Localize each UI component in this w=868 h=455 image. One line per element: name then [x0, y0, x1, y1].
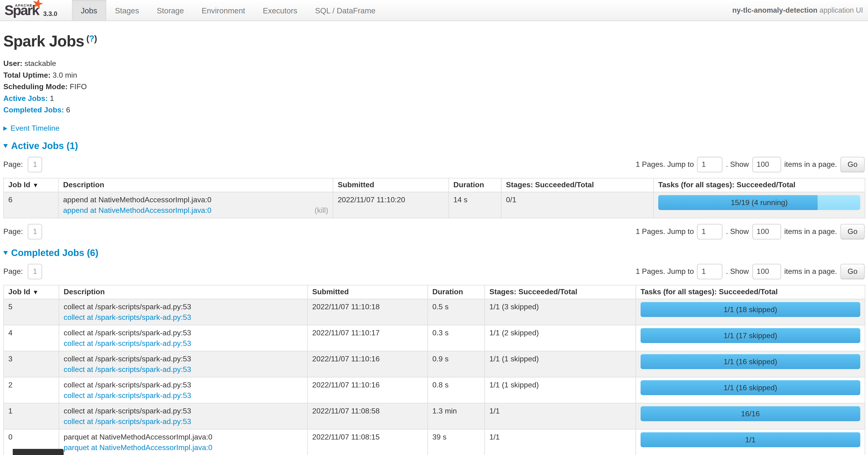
summary-label: Scheduling Mode:	[3, 83, 68, 91]
tasks-cell: 1/1 (16 skipped)	[636, 351, 865, 377]
app-name: ny-tlc-anomaly-detection application UI	[732, 0, 868, 21]
progress-label: 1/1 (16 skipped)	[641, 380, 860, 395]
arrow-down-icon	[3, 144, 8, 148]
jump-to-input[interactable]	[697, 263, 723, 279]
tab-sql-dataframe[interactable]: SQL / DataFrame	[306, 0, 384, 21]
job-id-cell: 5	[3, 299, 59, 325]
duration-cell: 0.5 s	[428, 299, 485, 325]
stages-cell: 1/1 (1 skipped)	[485, 377, 636, 403]
summary-item: User: stackable	[3, 59, 865, 68]
stages-cell: 1/1	[485, 429, 636, 455]
submitted-cell: 2022/11/07 11:10:16	[308, 351, 428, 377]
nav-tabs: JobsStagesStorageEnvironmentExecutorsSQL…	[72, 0, 384, 21]
job-description-text: parquet at NativeMethodAccessorImpl.java…	[64, 433, 303, 441]
description-cell: collect at /spark-scripts/spark-ad.py:53…	[59, 403, 308, 429]
tasks-cell: 1/1 (18 skipped)	[636, 299, 865, 325]
job-detail-link[interactable]: collect at /spark-scripts/spark-ad.py:53	[64, 365, 191, 373]
tab-jobs[interactable]: Jobs	[72, 0, 106, 21]
page-number-input[interactable]	[28, 263, 42, 279]
job-row-5: 5collect at /spark-scripts/spark-ad.py:5…	[3, 299, 865, 325]
jump-to-input[interactable]	[697, 157, 723, 172]
spark-ui-jobs-page: APACHE Spark ★ 3.3.0 JobsStagesStorageEn…	[0, 0, 868, 455]
jump-to-input[interactable]	[697, 224, 723, 239]
help-link[interactable]: (?)	[86, 34, 97, 43]
tasks-progress-bar: 1/1 (16 skipped)	[641, 380, 860, 395]
progress-label: 1/1	[641, 432, 860, 447]
stages-cell: 0/1	[501, 192, 653, 218]
job-detail-link[interactable]: parquet at NativeMethodAccessorImpl.java…	[64, 443, 212, 452]
job-detail-link[interactable]: collect at /spark-scripts/spark-ad.py:53	[64, 417, 191, 425]
tab-storage[interactable]: Storage	[148, 0, 193, 21]
tasks-progress-bar: 16/16	[641, 406, 860, 421]
column-header-duration[interactable]: Duration	[428, 285, 485, 299]
summary-label: Total Uptime:	[3, 71, 51, 79]
column-header-duration[interactable]: Duration	[448, 178, 501, 192]
job-description-text: collect at /spark-scripts/spark-ad.py:53	[64, 355, 303, 363]
app-name-suffix: application UI	[817, 6, 863, 14]
go-button[interactable]: Go	[840, 263, 865, 279]
page-number-input[interactable]	[28, 224, 42, 239]
tasks-progress-bar: 1/1 (18 skipped)	[641, 302, 860, 317]
summary-value: 3.0 min	[51, 71, 77, 79]
completed-jobs-heading[interactable]: Completed Jobs (6)	[3, 247, 865, 258]
show-items-input[interactable]	[752, 224, 781, 239]
summary-label[interactable]: Completed Jobs:	[3, 106, 64, 114]
job-detail-link[interactable]: collect at /spark-scripts/spark-ad.py:53	[64, 391, 191, 399]
job-detail-link[interactable]: collect at /spark-scripts/spark-ad.py:53	[64, 313, 191, 321]
tab-executors[interactable]: Executors	[254, 0, 306, 21]
column-header-description[interactable]: Description	[58, 178, 333, 192]
progress-label: 15/19 (4 running)	[658, 195, 860, 210]
pages-count-text: 1 Pages. Jump to	[636, 227, 694, 235]
show-items-input[interactable]	[752, 157, 781, 172]
column-header-submitted[interactable]: Submitted	[308, 285, 428, 299]
job-description-text: collect at /spark-scripts/spark-ad.py:53	[64, 303, 303, 311]
description-cell: append at NativeMethodAccessorImpl.java:…	[58, 192, 333, 218]
summary-value: 1	[48, 94, 54, 102]
job-detail-link[interactable]: collect at /spark-scripts/spark-ad.py:53	[64, 339, 191, 347]
summary-value: FIFO	[68, 83, 87, 91]
tab-environment[interactable]: Environment	[193, 0, 254, 21]
summary-value: 6	[64, 106, 70, 114]
column-header-stages-succeeded-total[interactable]: Stages: Succeeded/Total	[485, 285, 636, 299]
question-mark-icon[interactable]: ?	[89, 34, 94, 43]
tasks-cell: 1/1 (17 skipped)	[636, 325, 865, 351]
pages-count-text: 1 Pages. Jump to	[636, 267, 694, 275]
column-header-description[interactable]: Description	[59, 285, 308, 299]
tasks-cell: 15/19 (4 running)	[653, 192, 865, 218]
column-header-job-id[interactable]: Job Id▼	[3, 178, 58, 192]
summary-value: stackable	[23, 59, 56, 67]
summary-item: Total Uptime: 3.0 min	[3, 71, 865, 80]
tab-stages[interactable]: Stages	[106, 0, 148, 21]
event-timeline-toggle[interactable]: Event Timeline	[3, 124, 865, 132]
submitted-cell: 2022/11/07 11:08:15	[308, 429, 428, 455]
column-header-stages-succeeded-total[interactable]: Stages: Succeeded/Total	[501, 178, 653, 192]
column-header-submitted[interactable]: Submitted	[333, 178, 449, 192]
completed-jobs-table: Job Id▼DescriptionSubmittedDurationStage…	[3, 285, 865, 455]
progress-label: 1/1 (17 skipped)	[641, 328, 860, 343]
active-jobs-pagination-bottom: Page: 1 Pages. Jump to . Show items in a…	[3, 224, 865, 239]
column-header-job-id[interactable]: Job Id▼	[3, 285, 59, 299]
job-description-text: collect at /spark-scripts/spark-ad.py:53	[64, 407, 303, 415]
arrow-right-icon	[3, 126, 7, 131]
go-button[interactable]: Go	[840, 224, 865, 239]
job-description-text: append at NativeMethodAccessorImpl.java:…	[63, 196, 328, 204]
tasks-progress-bar: 1/1	[641, 432, 860, 447]
completed-jobs-pagination-top: Page: 1 Pages. Jump to . Show items in a…	[3, 263, 865, 279]
column-header-tasks-for-all-stages-succeeded-total[interactable]: Tasks (for all stages): Succeeded/Total	[636, 285, 865, 299]
page-number-input[interactable]	[28, 157, 42, 172]
show-items-input[interactable]	[752, 263, 781, 279]
stages-cell: 1/1 (1 skipped)	[485, 351, 636, 377]
stages-cell: 1/1	[485, 403, 636, 429]
kill-link[interactable]: (kill)	[315, 207, 328, 215]
submitted-cell: 2022/11/07 11:10:18	[308, 299, 428, 325]
go-button[interactable]: Go	[840, 157, 865, 172]
duration-cell: 39 s	[428, 429, 485, 455]
summary-label[interactable]: Active Jobs:	[3, 94, 48, 102]
active-jobs-heading[interactable]: Active Jobs (1)	[3, 141, 865, 151]
submitted-cell: 2022/11/07 11:10:20	[333, 192, 449, 218]
column-header-tasks-for-all-stages-succeeded-total[interactable]: Tasks (for all stages): Succeeded/Total	[653, 178, 865, 192]
active-jobs-pagination-top: Page: 1 Pages. Jump to . Show items in a…	[3, 157, 865, 172]
job-detail-link[interactable]: append at NativeMethodAccessorImpl.java:…	[63, 206, 211, 215]
summary-item: Completed Jobs: 6	[3, 106, 865, 115]
job-id-cell: 1	[3, 403, 59, 429]
